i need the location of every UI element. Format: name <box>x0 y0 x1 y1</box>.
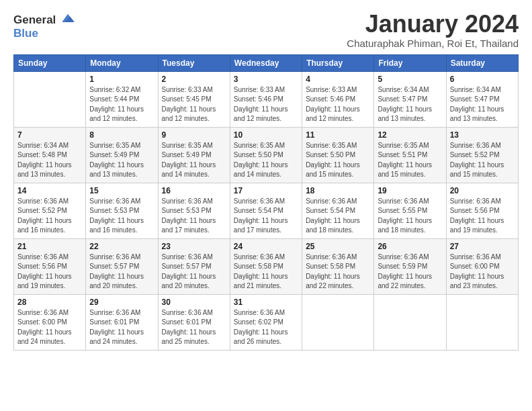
calendar-cell <box>374 294 446 350</box>
day-number: 3 <box>234 75 298 84</box>
calendar-cell: 8Sunrise: 6:35 AM Sunset: 5:49 PM Daylig… <box>86 127 158 183</box>
weekday-header-tuesday: Tuesday <box>158 54 230 71</box>
day-number: 27 <box>450 242 515 251</box>
calendar-week-5: 28Sunrise: 6:36 AM Sunset: 6:00 PM Dayli… <box>14 294 519 350</box>
day-number: 24 <box>234 242 298 251</box>
calendar-cell: 9Sunrise: 6:35 AM Sunset: 5:49 PM Daylig… <box>158 127 230 183</box>
day-number: 16 <box>162 186 226 195</box>
day-info: Sunrise: 6:36 AM Sunset: 6:00 PM Dayligh… <box>17 308 82 347</box>
day-number: 12 <box>378 130 442 140</box>
calendar-cell <box>446 294 518 350</box>
calendar-cell: 7Sunrise: 6:34 AM Sunset: 5:48 PM Daylig… <box>14 127 86 183</box>
calendar-cell: 27Sunrise: 6:36 AM Sunset: 6:00 PM Dayli… <box>446 238 518 294</box>
day-number: 11 <box>306 130 370 140</box>
calendar-cell: 25Sunrise: 6:36 AM Sunset: 5:58 PM Dayli… <box>302 238 374 294</box>
weekday-header-saturday: Saturday <box>446 54 518 71</box>
weekday-header-row: SundayMondayTuesdayWednesdayThursdayFrid… <box>14 54 519 71</box>
day-number: 4 <box>306 75 370 84</box>
day-info: Sunrise: 6:36 AM Sunset: 6:00 PM Dayligh… <box>450 253 515 291</box>
calendar-cell: 16Sunrise: 6:36 AM Sunset: 5:53 PM Dayli… <box>158 183 230 238</box>
day-number: 25 <box>306 242 370 251</box>
day-info: Sunrise: 6:36 AM Sunset: 5:59 PM Dayligh… <box>378 253 442 291</box>
calendar-cell: 5Sunrise: 6:34 AM Sunset: 5:47 PM Daylig… <box>374 71 446 127</box>
day-info: Sunrise: 6:36 AM Sunset: 5:53 PM Dayligh… <box>162 197 226 236</box>
calendar-cell <box>302 294 374 350</box>
title-block: January 2024 Chaturaphak Phiman, Roi Et,… <box>347 11 519 49</box>
day-info: Sunrise: 6:35 AM Sunset: 5:50 PM Dayligh… <box>306 141 370 180</box>
calendar-cell: 10Sunrise: 6:35 AM Sunset: 5:50 PM Dayli… <box>230 127 302 183</box>
day-info: Sunrise: 6:36 AM Sunset: 5:57 PM Dayligh… <box>162 253 226 291</box>
calendar-week-2: 7Sunrise: 6:34 AM Sunset: 5:48 PM Daylig… <box>14 127 519 183</box>
weekday-header-thursday: Thursday <box>302 54 374 71</box>
day-info: Sunrise: 6:36 AM Sunset: 5:58 PM Dayligh… <box>306 253 370 291</box>
calendar-cell: 19Sunrise: 6:36 AM Sunset: 5:55 PM Dayli… <box>374 183 446 238</box>
day-number: 6 <box>450 75 515 84</box>
day-number: 18 <box>306 186 370 195</box>
day-number: 29 <box>89 298 154 307</box>
calendar-cell: 29Sunrise: 6:36 AM Sunset: 6:01 PM Dayli… <box>86 294 158 350</box>
calendar-cell: 2Sunrise: 6:33 AM Sunset: 5:45 PM Daylig… <box>158 71 230 127</box>
calendar-cell: 15Sunrise: 6:36 AM Sunset: 5:53 PM Dayli… <box>86 183 158 238</box>
calendar-cell: 28Sunrise: 6:36 AM Sunset: 6:00 PM Dayli… <box>14 294 86 350</box>
day-info: Sunrise: 6:36 AM Sunset: 5:52 PM Dayligh… <box>17 197 82 236</box>
calendar-cell: 17Sunrise: 6:36 AM Sunset: 5:54 PM Dayli… <box>230 183 302 238</box>
day-info: Sunrise: 6:36 AM Sunset: 6:01 PM Dayligh… <box>162 308 226 347</box>
weekday-header-friday: Friday <box>374 54 446 71</box>
day-number: 30 <box>162 298 226 307</box>
calendar-cell: 14Sunrise: 6:36 AM Sunset: 5:52 PM Dayli… <box>14 183 86 238</box>
day-number: 10 <box>234 130 298 140</box>
calendar-body: 1Sunrise: 6:32 AM Sunset: 5:44 PM Daylig… <box>14 71 519 350</box>
subtitle: Chaturaphak Phiman, Roi Et, Thailand <box>347 38 519 49</box>
day-number: 31 <box>234 298 298 307</box>
day-number: 5 <box>378 75 442 84</box>
day-info: Sunrise: 6:33 AM Sunset: 5:46 PM Dayligh… <box>234 85 298 124</box>
day-number: 26 <box>378 242 442 251</box>
weekday-header-wednesday: Wednesday <box>230 54 302 71</box>
day-info: Sunrise: 6:34 AM Sunset: 5:47 PM Dayligh… <box>378 85 442 124</box>
calendar-cell: 21Sunrise: 6:36 AM Sunset: 5:56 PM Dayli… <box>14 238 86 294</box>
page-container: General Blue January 2024 Chaturaphak Ph… <box>0 0 532 357</box>
logo-blue: Blue <box>13 27 75 40</box>
day-number: 9 <box>162 130 226 140</box>
day-info: Sunrise: 6:36 AM Sunset: 5:52 PM Dayligh… <box>450 141 515 180</box>
day-number: 19 <box>378 186 442 195</box>
day-number: 2 <box>162 75 226 84</box>
calendar-week-1: 1Sunrise: 6:32 AM Sunset: 5:44 PM Daylig… <box>14 71 519 127</box>
day-info: Sunrise: 6:36 AM Sunset: 5:54 PM Dayligh… <box>234 197 298 236</box>
calendar-week-3: 14Sunrise: 6:36 AM Sunset: 5:52 PM Dayli… <box>14 183 519 238</box>
day-info: Sunrise: 6:36 AM Sunset: 5:58 PM Dayligh… <box>234 253 298 291</box>
day-info: Sunrise: 6:32 AM Sunset: 5:44 PM Dayligh… <box>89 85 154 124</box>
day-info: Sunrise: 6:36 AM Sunset: 5:56 PM Dayligh… <box>17 253 82 291</box>
calendar-cell <box>14 71 86 127</box>
day-info: Sunrise: 6:36 AM Sunset: 5:57 PM Dayligh… <box>89 253 154 291</box>
day-number: 21 <box>17 242 82 251</box>
day-number: 8 <box>89 130 154 140</box>
day-info: Sunrise: 6:33 AM Sunset: 5:46 PM Dayligh… <box>306 85 370 124</box>
weekday-header-monday: Monday <box>86 54 158 71</box>
day-info: Sunrise: 6:36 AM Sunset: 5:56 PM Dayligh… <box>450 197 515 236</box>
calendar-cell: 4Sunrise: 6:33 AM Sunset: 5:46 PM Daylig… <box>302 71 374 127</box>
weekday-header-sunday: Sunday <box>14 54 86 71</box>
calendar-cell: 31Sunrise: 6:36 AM Sunset: 6:02 PM Dayli… <box>230 294 302 350</box>
day-number: 22 <box>89 242 154 251</box>
calendar-cell: 26Sunrise: 6:36 AM Sunset: 5:59 PM Dayli… <box>374 238 446 294</box>
calendar-cell: 12Sunrise: 6:35 AM Sunset: 5:51 PM Dayli… <box>374 127 446 183</box>
month-title: January 2024 <box>347 11 519 38</box>
day-info: Sunrise: 6:36 AM Sunset: 5:55 PM Dayligh… <box>378 197 442 236</box>
day-info: Sunrise: 6:35 AM Sunset: 5:51 PM Dayligh… <box>378 141 442 180</box>
day-number: 20 <box>450 186 515 195</box>
day-info: Sunrise: 6:33 AM Sunset: 5:45 PM Dayligh… <box>162 85 226 124</box>
day-info: Sunrise: 6:36 AM Sunset: 6:02 PM Dayligh… <box>234 308 298 347</box>
day-info: Sunrise: 6:35 AM Sunset: 5:50 PM Dayligh… <box>234 141 298 180</box>
day-number: 28 <box>17 298 82 307</box>
day-number: 17 <box>234 186 298 195</box>
day-number: 7 <box>17 130 82 140</box>
day-number: 23 <box>162 242 226 251</box>
calendar-cell: 24Sunrise: 6:36 AM Sunset: 5:58 PM Dayli… <box>230 238 302 294</box>
calendar-cell: 3Sunrise: 6:33 AM Sunset: 5:46 PM Daylig… <box>230 71 302 127</box>
day-number: 1 <box>89 75 154 84</box>
calendar-cell: 6Sunrise: 6:34 AM Sunset: 5:47 PM Daylig… <box>446 71 518 127</box>
calendar-cell: 18Sunrise: 6:36 AM Sunset: 5:54 PM Dayli… <box>302 183 374 238</box>
logo: General Blue <box>13 13 75 40</box>
day-info: Sunrise: 6:34 AM Sunset: 5:47 PM Dayligh… <box>450 85 515 124</box>
